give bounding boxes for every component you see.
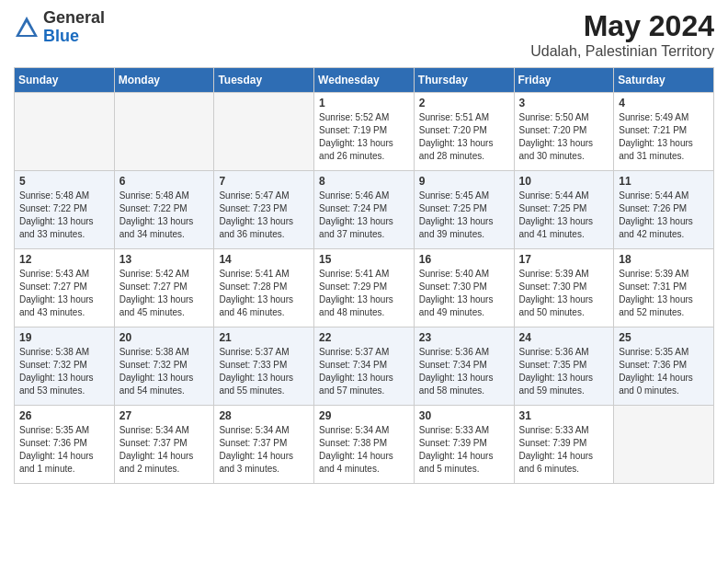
calendar-week-row: 12Sunrise: 5:43 AMSunset: 7:27 PMDayligh… xyxy=(15,249,714,327)
day-info: Sunrise: 5:37 AMSunset: 7:34 PMDaylight:… xyxy=(319,346,409,397)
day-info: Sunrise: 5:52 AMSunset: 7:19 PMDaylight:… xyxy=(319,111,409,163)
calendar-cell: 5Sunrise: 5:48 AMSunset: 7:22 PMDaylight… xyxy=(15,171,115,249)
weekday-friday: Friday xyxy=(514,68,614,93)
calendar-cell: 3Sunrise: 5:50 AMSunset: 7:20 PMDaylight… xyxy=(514,93,614,171)
day-info: Sunrise: 5:40 AMSunset: 7:30 PMDaylight:… xyxy=(419,268,509,319)
title-block: May 2024 Udalah, Palestinian Territory xyxy=(530,9,714,60)
day-number: 6 xyxy=(119,175,210,188)
calendar-cell: 18Sunrise: 5:39 AMSunset: 7:31 PMDayligh… xyxy=(614,249,714,327)
calendar-cell: 7Sunrise: 5:47 AMSunset: 7:23 PMDaylight… xyxy=(214,171,314,249)
calendar-body: 1Sunrise: 5:52 AMSunset: 7:19 PMDaylight… xyxy=(15,93,714,484)
calendar-cell: 1Sunrise: 5:52 AMSunset: 7:19 PMDaylight… xyxy=(314,93,415,171)
weekday-header-row: SundayMondayTuesdayWednesdayThursdayFrid… xyxy=(15,68,714,93)
calendar-cell: 16Sunrise: 5:40 AMSunset: 7:30 PMDayligh… xyxy=(414,249,514,327)
calendar-cell: 11Sunrise: 5:44 AMSunset: 7:26 PMDayligh… xyxy=(614,171,714,249)
day-number: 13 xyxy=(119,253,210,266)
calendar-cell: 15Sunrise: 5:41 AMSunset: 7:29 PMDayligh… xyxy=(314,249,415,327)
weekday-wednesday: Wednesday xyxy=(314,68,415,93)
calendar-cell: 14Sunrise: 5:41 AMSunset: 7:28 PMDayligh… xyxy=(214,249,314,327)
calendar-cell: 26Sunrise: 5:35 AMSunset: 7:36 PMDayligh… xyxy=(15,406,115,484)
weekday-saturday: Saturday xyxy=(614,68,714,93)
calendar-cell: 24Sunrise: 5:36 AMSunset: 7:35 PMDayligh… xyxy=(514,327,614,406)
day-number: 14 xyxy=(219,253,309,266)
day-number: 2 xyxy=(419,97,509,109)
day-number: 26 xyxy=(19,409,109,422)
day-number: 19 xyxy=(19,331,109,344)
day-info: Sunrise: 5:39 AMSunset: 7:30 PMDaylight:… xyxy=(519,268,609,319)
calendar-cell: 19Sunrise: 5:38 AMSunset: 7:32 PMDayligh… xyxy=(15,327,115,406)
calendar-cell: 29Sunrise: 5:34 AMSunset: 7:38 PMDayligh… xyxy=(314,406,415,484)
calendar-cell xyxy=(15,93,115,171)
day-info: Sunrise: 5:35 AMSunset: 7:36 PMDaylight:… xyxy=(19,424,109,476)
day-info: Sunrise: 5:48 AMSunset: 7:22 PMDaylight:… xyxy=(19,190,109,241)
day-number: 23 xyxy=(419,331,509,344)
day-info: Sunrise: 5:47 AMSunset: 7:23 PMDaylight:… xyxy=(219,190,309,241)
calendar-week-row: 26Sunrise: 5:35 AMSunset: 7:36 PMDayligh… xyxy=(15,406,714,484)
day-info: Sunrise: 5:37 AMSunset: 7:33 PMDaylight:… xyxy=(219,346,309,397)
day-info: Sunrise: 5:36 AMSunset: 7:34 PMDaylight:… xyxy=(419,346,509,397)
weekday-tuesday: Tuesday xyxy=(214,68,314,93)
day-number: 12 xyxy=(19,253,109,266)
calendar-cell: 6Sunrise: 5:48 AMSunset: 7:22 PMDaylight… xyxy=(114,171,214,249)
day-number: 22 xyxy=(319,331,409,344)
logo-general: General xyxy=(43,8,105,27)
calendar-cell: 8Sunrise: 5:46 AMSunset: 7:24 PMDaylight… xyxy=(314,171,415,249)
calendar-cell: 2Sunrise: 5:51 AMSunset: 7:20 PMDaylight… xyxy=(414,93,514,171)
calendar-week-row: 1Sunrise: 5:52 AMSunset: 7:19 PMDaylight… xyxy=(15,93,714,171)
day-number: 9 xyxy=(419,175,509,188)
calendar-cell: 28Sunrise: 5:34 AMSunset: 7:37 PMDayligh… xyxy=(214,406,314,484)
calendar-cell: 30Sunrise: 5:33 AMSunset: 7:39 PMDayligh… xyxy=(414,406,514,484)
day-number: 16 xyxy=(419,253,509,266)
day-number: 5 xyxy=(19,175,109,188)
day-info: Sunrise: 5:41 AMSunset: 7:29 PMDaylight:… xyxy=(319,268,409,319)
day-number: 4 xyxy=(619,97,709,109)
calendar-cell xyxy=(214,93,314,171)
weekday-thursday: Thursday xyxy=(414,68,514,93)
day-info: Sunrise: 5:34 AMSunset: 7:38 PMDaylight:… xyxy=(319,424,409,476)
day-number: 31 xyxy=(519,409,609,422)
day-info: Sunrise: 5:43 AMSunset: 7:27 PMDaylight:… xyxy=(19,268,109,319)
calendar-cell xyxy=(114,93,214,171)
day-info: Sunrise: 5:41 AMSunset: 7:28 PMDaylight:… xyxy=(219,268,309,319)
calendar-cell: 21Sunrise: 5:37 AMSunset: 7:33 PMDayligh… xyxy=(214,327,314,406)
day-info: Sunrise: 5:33 AMSunset: 7:39 PMDaylight:… xyxy=(519,424,609,476)
day-number: 15 xyxy=(319,253,409,266)
logo-blue: Blue xyxy=(43,27,79,45)
day-number: 18 xyxy=(619,253,709,266)
calendar-cell: 22Sunrise: 5:37 AMSunset: 7:34 PMDayligh… xyxy=(314,327,415,406)
day-number: 1 xyxy=(319,97,409,109)
calendar-cell: 13Sunrise: 5:42 AMSunset: 7:27 PMDayligh… xyxy=(114,249,214,327)
calendar-cell: 27Sunrise: 5:34 AMSunset: 7:37 PMDayligh… xyxy=(114,406,214,484)
day-info: Sunrise: 5:38 AMSunset: 7:32 PMDaylight:… xyxy=(119,346,210,397)
day-number: 27 xyxy=(119,409,210,422)
calendar-cell: 4Sunrise: 5:49 AMSunset: 7:21 PMDaylight… xyxy=(614,93,714,171)
day-number: 30 xyxy=(419,409,509,422)
day-number: 10 xyxy=(519,175,609,188)
logo: General Blue xyxy=(14,9,105,46)
calendar-table: SundayMondayTuesdayWednesdayThursdayFrid… xyxy=(14,67,714,484)
day-number: 17 xyxy=(519,253,609,266)
day-info: Sunrise: 5:50 AMSunset: 7:20 PMDaylight:… xyxy=(519,111,609,163)
weekday-monday: Monday xyxy=(114,68,214,93)
day-number: 8 xyxy=(319,175,409,188)
day-info: Sunrise: 5:46 AMSunset: 7:24 PMDaylight:… xyxy=(319,190,409,241)
calendar-cell: 9Sunrise: 5:45 AMSunset: 7:25 PMDaylight… xyxy=(414,171,514,249)
calendar-cell: 10Sunrise: 5:44 AMSunset: 7:25 PMDayligh… xyxy=(514,171,614,249)
day-info: Sunrise: 5:51 AMSunset: 7:20 PMDaylight:… xyxy=(419,111,509,163)
day-number: 21 xyxy=(219,331,309,344)
day-info: Sunrise: 5:33 AMSunset: 7:39 PMDaylight:… xyxy=(419,424,509,476)
day-info: Sunrise: 5:35 AMSunset: 7:36 PMDaylight:… xyxy=(619,346,709,397)
location-title: Udalah, Palestinian Territory xyxy=(530,43,714,60)
day-number: 20 xyxy=(119,331,210,344)
day-info: Sunrise: 5:49 AMSunset: 7:21 PMDaylight:… xyxy=(619,111,709,163)
calendar-cell: 23Sunrise: 5:36 AMSunset: 7:34 PMDayligh… xyxy=(414,327,514,406)
calendar-cell: 17Sunrise: 5:39 AMSunset: 7:30 PMDayligh… xyxy=(514,249,614,327)
day-info: Sunrise: 5:36 AMSunset: 7:35 PMDaylight:… xyxy=(519,346,609,397)
day-number: 11 xyxy=(619,175,709,188)
month-title: May 2024 xyxy=(530,9,714,43)
day-info: Sunrise: 5:48 AMSunset: 7:22 PMDaylight:… xyxy=(119,190,210,241)
day-info: Sunrise: 5:42 AMSunset: 7:27 PMDaylight:… xyxy=(119,268,210,319)
day-number: 29 xyxy=(319,409,409,422)
day-info: Sunrise: 5:34 AMSunset: 7:37 PMDaylight:… xyxy=(219,424,309,476)
calendar-cell: 25Sunrise: 5:35 AMSunset: 7:36 PMDayligh… xyxy=(614,327,714,406)
